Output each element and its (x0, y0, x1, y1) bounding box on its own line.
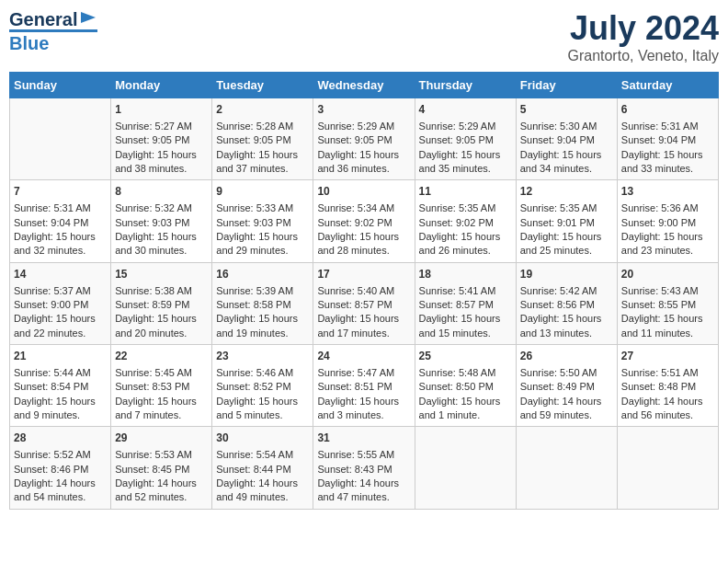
calendar-cell: 17Sunrise: 5:40 AMSunset: 8:57 PMDayligh… (313, 262, 415, 344)
logo-general-text: General (9, 9, 77, 29)
cell-text: and 19 minutes. (216, 327, 309, 340)
cell-text: Sunset: 8:59 PM (115, 298, 208, 312)
weekday-header: Tuesday (212, 73, 313, 98)
calendar-subtitle: Grantorto, Veneto, Italy (567, 48, 719, 64)
cell-text: and 54 minutes. (14, 490, 107, 504)
cell-text: and 9 minutes. (14, 408, 107, 422)
cell-text: Sunrise: 5:51 AM (621, 366, 714, 380)
weekday-header: Wednesday (313, 73, 415, 98)
day-number: 7 (14, 184, 107, 200)
calendar-cell: 28Sunrise: 5:52 AMSunset: 8:46 PMDayligh… (10, 427, 111, 509)
logo-flag-icon (79, 10, 97, 29)
calendar-cell: 13Sunrise: 5:36 AMSunset: 9:00 PMDayligh… (617, 180, 718, 262)
cell-text: Sunset: 8:43 PM (317, 463, 410, 477)
cell-text: Daylight: 15 hours (216, 230, 309, 244)
calendar-cell (415, 427, 516, 509)
day-number: 5 (520, 102, 613, 118)
cell-text: Daylight: 15 hours (317, 312, 410, 326)
calendar-title: July 2024 (567, 9, 719, 48)
cell-text: Daylight: 15 hours (621, 312, 714, 326)
cell-text: Sunrise: 5:40 AM (317, 284, 410, 298)
calendar-cell: 29Sunrise: 5:53 AMSunset: 8:45 PMDayligh… (111, 427, 212, 509)
day-number: 19 (520, 267, 613, 282)
cell-text: Sunrise: 5:32 AM (115, 201, 208, 215)
calendar-cell: 27Sunrise: 5:51 AMSunset: 8:48 PMDayligh… (617, 345, 718, 427)
cell-text: Daylight: 14 hours (621, 395, 714, 408)
cell-text: and 5 minutes. (216, 408, 309, 422)
cell-text: Sunset: 8:46 PM (14, 463, 107, 477)
cell-text: Sunrise: 5:54 AM (216, 448, 309, 462)
cell-text: Sunrise: 5:41 AM (419, 284, 512, 298)
calendar-cell: 22Sunrise: 5:45 AMSunset: 8:53 PMDayligh… (111, 345, 212, 427)
day-number: 23 (216, 349, 309, 364)
cell-text: Sunset: 8:48 PM (621, 380, 714, 394)
day-number: 11 (419, 184, 512, 200)
cell-text: Daylight: 14 hours (317, 477, 410, 490)
cell-text: Sunrise: 5:31 AM (14, 201, 107, 215)
cell-text: Sunrise: 5:39 AM (216, 284, 309, 298)
weekday-header: Thursday (415, 73, 516, 98)
cell-text: Daylight: 15 hours (115, 148, 208, 162)
calendar-cell: 7Sunrise: 5:31 AMSunset: 9:04 PMDaylight… (10, 180, 111, 262)
page-header: General Blue July 2024 Grantorto, Veneto… (9, 9, 719, 64)
calendar-cell (10, 98, 111, 180)
cell-text: Sunrise: 5:29 AM (419, 120, 512, 133)
cell-text: Sunset: 9:04 PM (14, 216, 107, 230)
calendar-cell: 3Sunrise: 5:29 AMSunset: 9:05 PMDaylight… (313, 98, 415, 180)
calendar-cell (516, 427, 617, 509)
day-number: 15 (115, 267, 208, 282)
cell-text: Daylight: 15 hours (419, 312, 512, 326)
calendar-cell: 9Sunrise: 5:33 AMSunset: 9:03 PMDaylight… (212, 180, 313, 262)
calendar-cell: 12Sunrise: 5:35 AMSunset: 9:01 PMDayligh… (516, 180, 617, 262)
cell-text: Sunset: 8:44 PM (216, 463, 309, 477)
cell-text: Sunset: 9:05 PM (115, 133, 208, 147)
cell-text: and 56 minutes. (621, 408, 714, 422)
cell-text: Sunset: 8:54 PM (14, 380, 107, 394)
calendar-cell: 4Sunrise: 5:29 AMSunset: 9:05 PMDaylight… (415, 98, 516, 180)
cell-text: Sunrise: 5:55 AM (317, 448, 410, 462)
calendar-cell: 15Sunrise: 5:38 AMSunset: 8:59 PMDayligh… (111, 262, 212, 344)
calendar-week-row: 28Sunrise: 5:52 AMSunset: 8:46 PMDayligh… (10, 427, 719, 509)
cell-text: Daylight: 15 hours (520, 148, 613, 162)
calendar-week-row: 14Sunrise: 5:37 AMSunset: 9:00 PMDayligh… (10, 262, 719, 344)
cell-text: Daylight: 14 hours (520, 395, 613, 408)
calendar-cell: 25Sunrise: 5:48 AMSunset: 8:50 PMDayligh… (415, 345, 516, 427)
cell-text: Daylight: 14 hours (216, 477, 309, 490)
weekday-header: Monday (111, 73, 212, 98)
cell-text: Sunset: 9:05 PM (419, 133, 512, 147)
calendar-week-row: 21Sunrise: 5:44 AMSunset: 8:54 PMDayligh… (10, 345, 719, 427)
day-number: 6 (621, 102, 714, 118)
cell-text: Sunset: 8:57 PM (317, 298, 410, 312)
cell-text: Daylight: 15 hours (317, 230, 410, 244)
cell-text: Daylight: 15 hours (115, 230, 208, 244)
day-number: 22 (115, 349, 208, 364)
cell-text: Sunset: 9:05 PM (317, 133, 410, 147)
day-number: 30 (216, 431, 309, 446)
cell-text: Sunset: 9:00 PM (621, 216, 714, 230)
cell-text: Daylight: 15 hours (14, 230, 107, 244)
cell-text: and 34 minutes. (520, 162, 613, 176)
cell-text: Sunrise: 5:43 AM (621, 284, 714, 298)
logo-blue-text: Blue (9, 29, 97, 53)
cell-text: Daylight: 14 hours (14, 477, 107, 490)
cell-text: and 38 minutes. (115, 162, 208, 176)
cell-text: Sunrise: 5:37 AM (14, 284, 107, 298)
calendar-cell: 21Sunrise: 5:44 AMSunset: 8:54 PMDayligh… (10, 345, 111, 427)
calendar-cell: 20Sunrise: 5:43 AMSunset: 8:55 PMDayligh… (617, 262, 718, 344)
cell-text: Sunrise: 5:36 AM (621, 201, 714, 215)
cell-text: and 37 minutes. (216, 162, 309, 176)
day-number: 20 (621, 267, 714, 282)
day-number: 28 (14, 431, 107, 446)
day-number: 13 (621, 184, 714, 200)
day-number: 25 (419, 349, 512, 364)
calendar-cell: 31Sunrise: 5:55 AMSunset: 8:43 PMDayligh… (313, 427, 415, 509)
cell-text: Sunset: 8:49 PM (520, 380, 613, 394)
day-number: 8 (115, 184, 208, 200)
cell-text: and 26 minutes. (419, 244, 512, 258)
cell-text: Daylight: 14 hours (115, 477, 208, 490)
cell-text: and 3 minutes. (317, 408, 410, 422)
cell-text: Sunrise: 5:50 AM (520, 366, 613, 380)
day-number: 2 (216, 102, 309, 118)
calendar-cell: 26Sunrise: 5:50 AMSunset: 8:49 PMDayligh… (516, 345, 617, 427)
calendar-table: SundayMondayTuesdayWednesdayThursdayFrid… (9, 72, 719, 510)
